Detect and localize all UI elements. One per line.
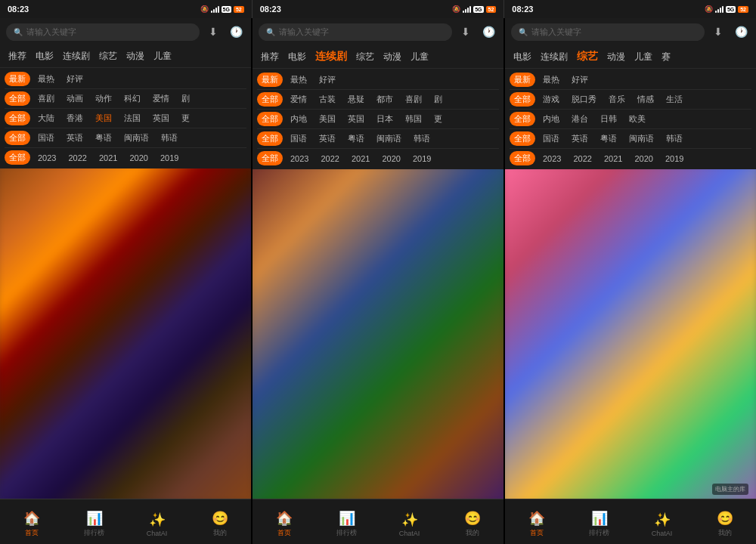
region-korea-2[interactable]: 韩国 xyxy=(401,112,426,126)
download-btn-3[interactable]: ⬇ xyxy=(709,23,727,41)
lang-english-2[interactable]: 英语 xyxy=(314,131,340,146)
nav-children-1[interactable]: 儿童 xyxy=(150,48,175,64)
year-2021-3[interactable]: 2021 xyxy=(600,153,627,165)
lang-cantonese-3[interactable]: 粤语 xyxy=(596,131,621,146)
nav-variety-2[interactable]: 综艺 xyxy=(352,49,378,65)
region-france-1[interactable]: 法国 xyxy=(119,111,145,125)
genre-game-3[interactable]: 游戏 xyxy=(538,92,564,107)
tab-chatai-1[interactable]: ✨ ChatAI xyxy=(125,499,188,544)
region-uk-1[interactable]: 英国 xyxy=(148,111,174,125)
region-us-1[interactable]: 美国 xyxy=(91,111,116,125)
tab-chatai-2[interactable]: ✨ ChatAI xyxy=(378,499,441,544)
nav-drama-2[interactable]: 连续剧 xyxy=(311,48,351,65)
genre-romance-2[interactable]: 爱情 xyxy=(286,92,311,107)
lang-korean-2[interactable]: 韩语 xyxy=(409,131,435,146)
genre-scifi-1[interactable]: 科幻 xyxy=(119,91,145,106)
nav-recommend-1[interactable]: 推荐 xyxy=(5,48,30,64)
year-2019-3[interactable]: 2019 xyxy=(661,153,688,165)
region-us-2[interactable]: 美国 xyxy=(314,112,340,126)
year-2021-1[interactable]: 2021 xyxy=(94,152,122,164)
year-all-2[interactable]: 全部 xyxy=(257,151,283,165)
year-2022-2[interactable]: 2022 xyxy=(316,153,343,165)
genre-all-2[interactable]: 全部 xyxy=(257,92,283,107)
genre-urban-2[interactable]: 都市 xyxy=(372,92,398,107)
lang-mandarin-1[interactable]: 国语 xyxy=(33,131,59,145)
region-gangtai-3[interactable]: 港台 xyxy=(567,112,593,126)
lang-all-2[interactable]: 全部 xyxy=(257,131,283,146)
genre-emotion-3[interactable]: 情感 xyxy=(633,92,658,107)
history-btn-3[interactable]: 🕐 xyxy=(732,23,750,41)
nav-anime-1[interactable]: 动漫 xyxy=(122,48,148,64)
region-western-3[interactable]: 欧美 xyxy=(624,112,650,126)
genre-costume-2[interactable]: 古装 xyxy=(314,92,340,107)
genre-more-1[interactable]: 剧 xyxy=(177,91,194,106)
tab-ranking-2[interactable]: 📊 排行榜 xyxy=(315,499,378,544)
year-2022-1[interactable]: 2022 xyxy=(64,152,91,164)
year-2021-2[interactable]: 2021 xyxy=(347,153,374,165)
genre-mystery-2[interactable]: 悬疑 xyxy=(343,92,369,107)
sort-newest-3[interactable]: 最新 xyxy=(510,73,535,87)
lang-mandarin-2[interactable]: 国语 xyxy=(286,131,311,146)
genre-comedy-2[interactable]: 喜剧 xyxy=(401,92,426,107)
sort-newest-2[interactable]: 最新 xyxy=(257,73,283,87)
nav-movie-1[interactable]: 电影 xyxy=(32,48,57,64)
region-all-3[interactable]: 全部 xyxy=(510,112,535,126)
sort-rated-2[interactable]: 好评 xyxy=(314,73,340,87)
history-btn-2[interactable]: 🕐 xyxy=(479,23,497,41)
nav-movie-3[interactable]: 电影 xyxy=(510,49,535,65)
year-2023-1[interactable]: 2023 xyxy=(33,152,60,164)
tab-ranking-1[interactable]: 📊 排行榜 xyxy=(63,499,125,544)
genre-all-1[interactable]: 全部 xyxy=(5,91,30,106)
nav-sports-3[interactable]: 赛 xyxy=(658,49,674,65)
lang-hokkien-1[interactable]: 闽南语 xyxy=(119,131,153,145)
region-all-1[interactable]: 全部 xyxy=(5,111,30,125)
sort-hot-3[interactable]: 最热 xyxy=(538,73,564,87)
lang-all-3[interactable]: 全部 xyxy=(510,131,535,146)
tab-home-3[interactable]: 🏠 首页 xyxy=(505,499,568,544)
download-btn-2[interactable]: ⬇ xyxy=(457,23,475,41)
lang-cantonese-2[interactable]: 粤语 xyxy=(343,131,369,146)
region-mainland-3[interactable]: 内地 xyxy=(538,112,564,126)
nav-drama-1[interactable]: 连续剧 xyxy=(59,48,94,64)
region-japan-3[interactable]: 日韩 xyxy=(596,112,621,126)
lang-korean-1[interactable]: 韩语 xyxy=(156,131,182,145)
lang-all-1[interactable]: 全部 xyxy=(5,131,30,145)
region-mainland-1[interactable]: 大陆 xyxy=(33,111,59,125)
history-btn-1[interactable]: 🕐 xyxy=(227,23,245,41)
nav-children-3[interactable]: 儿童 xyxy=(631,49,656,65)
year-2020-2[interactable]: 2020 xyxy=(377,153,404,165)
sort-newest-1[interactable]: 最新 xyxy=(5,72,30,86)
search-input-wrap-1[interactable]: 🔍 请输入关键字 xyxy=(6,23,200,41)
genre-action-1[interactable]: 动作 xyxy=(91,91,116,106)
genre-animation-1[interactable]: 动画 xyxy=(62,91,88,106)
nav-variety-3[interactable]: 综艺 xyxy=(573,48,602,65)
year-2023-3[interactable]: 2023 xyxy=(538,153,565,165)
year-2019-1[interactable]: 2019 xyxy=(156,152,183,164)
sort-hot-2[interactable]: 最热 xyxy=(286,73,311,87)
tab-home-2[interactable]: 🏠 首页 xyxy=(253,499,315,544)
search-input-wrap-3[interactable]: 🔍 请输入关键字 xyxy=(511,23,705,41)
nav-children-2[interactable]: 儿童 xyxy=(407,49,432,65)
lang-hokkien-2[interactable]: 闽南语 xyxy=(372,131,406,146)
year-2020-3[interactable]: 2020 xyxy=(630,153,657,165)
nav-anime-2[interactable]: 动漫 xyxy=(380,49,405,65)
genre-life-3[interactable]: 生活 xyxy=(662,92,687,107)
tab-profile-3[interactable]: 😊 我的 xyxy=(693,499,756,544)
region-japan-2[interactable]: 日本 xyxy=(372,112,398,126)
year-all-1[interactable]: 全部 xyxy=(5,150,30,165)
region-hk-1[interactable]: 香港 xyxy=(62,111,88,125)
genre-all-3[interactable]: 全部 xyxy=(510,92,535,107)
lang-english-3[interactable]: 英语 xyxy=(567,131,593,146)
tab-profile-1[interactable]: 😊 我的 xyxy=(188,499,251,544)
genre-music-3[interactable]: 音乐 xyxy=(604,92,630,107)
region-more-1[interactable]: 更 xyxy=(177,111,194,125)
genre-talkshow-3[interactable]: 脱口秀 xyxy=(567,92,601,107)
nav-variety-1[interactable]: 综艺 xyxy=(95,48,121,64)
sort-rated-3[interactable]: 好评 xyxy=(567,73,593,87)
lang-cantonese-1[interactable]: 粤语 xyxy=(91,131,116,145)
year-all-3[interactable]: 全部 xyxy=(510,151,535,165)
lang-korean-3[interactable]: 韩语 xyxy=(662,131,687,146)
lang-mandarin-3[interactable]: 国语 xyxy=(538,131,564,146)
tab-chatai-3[interactable]: ✨ ChatAI xyxy=(631,499,693,544)
tab-home-1[interactable]: 🏠 首页 xyxy=(0,499,63,544)
